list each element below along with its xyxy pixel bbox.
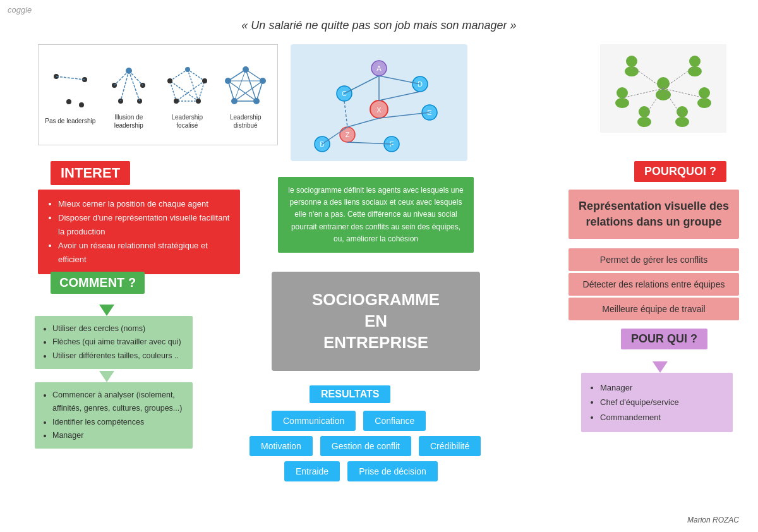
svg-point-2: [66, 99, 71, 104]
svg-marker-14: [170, 70, 205, 101]
comment-label: COMMENT ?: [51, 272, 145, 294]
resultats-label: RESULTATS: [310, 385, 390, 403]
svg-point-70: [637, 117, 651, 127]
svg-point-21: [174, 99, 179, 104]
svg-text:A: A: [376, 64, 382, 72]
svg-point-59: [657, 77, 670, 90]
svg-marker-23: [228, 70, 263, 101]
center-desc: le sociogramme définit les agents avec l…: [278, 177, 474, 253]
comment-arrow-2: [99, 371, 114, 382]
pour-qui-item-1: Manager: [600, 380, 723, 395]
svg-point-62: [625, 66, 639, 76]
svg-point-60: [656, 89, 671, 100]
pour-qui-box: Manager Chef d'équipe/service Commandeme…: [581, 373, 733, 432]
group-svg: [606, 47, 720, 130]
diagram-item-4: Leadership distribué: [219, 63, 272, 130]
diagram-item-3: Leadership focalisé: [160, 63, 214, 130]
svg-point-63: [689, 56, 701, 67]
svg-point-64: [688, 66, 702, 76]
main-title: « Un salarié ne quitte pas son job mais …: [0, 19, 758, 32]
coggle-logo: coggle: [8, 5, 32, 15]
svg-point-33: [225, 78, 231, 84]
sociogram-svg: A D C X E Z F B: [297, 49, 461, 157]
result-confiance: Confiance: [363, 411, 426, 431]
result-motivation: Motivation: [250, 436, 313, 456]
svg-point-68: [697, 98, 711, 108]
pourquoi-item-3: Meilleure équipe de travail: [568, 298, 739, 320]
svg-line-4: [56, 76, 85, 80]
svg-text:X: X: [376, 106, 382, 114]
svg-line-16: [176, 81, 205, 101]
leadership-diagrams: Pas de leadership Illusion de leadership: [38, 44, 278, 145]
interet-item-3: Avoir un réseau relationnel stratégique …: [58, 239, 230, 267]
pour-qui-arrow: [653, 361, 668, 373]
svg-point-20: [196, 99, 201, 104]
svg-line-26: [228, 81, 256, 101]
svg-line-17: [170, 81, 198, 101]
comment-box1-item-2: Flèches (qui aime travailler avec qui): [52, 336, 184, 349]
resultats-row-2: Motivation Gestion de conflit Crédibilit…: [250, 436, 481, 456]
diagram-label-3: Leadership focalisé: [160, 113, 214, 130]
svg-line-58: [344, 101, 347, 127]
comment-box1-item-3: Utiliser différentes tailles, couleurs .…: [52, 349, 184, 363]
pour-qui-item-2: Chef d'équipe/service: [600, 395, 723, 409]
svg-point-18: [185, 67, 190, 72]
diagram-item-1: Pas de leadership: [44, 67, 97, 125]
interet-label: INTERET: [51, 161, 130, 185]
pour-qui-label: POUR QUI ?: [621, 329, 707, 349]
svg-line-53: [379, 92, 420, 100]
diagram-svg-4: [222, 63, 269, 111]
diagram-svg-3: [164, 63, 211, 111]
svg-point-69: [639, 106, 650, 118]
svg-line-13: [129, 71, 140, 101]
comment-box2: Commencer à analyser (isolement, affinit…: [35, 382, 193, 449]
svg-line-15: [188, 70, 198, 101]
svg-line-25: [234, 81, 263, 101]
svg-point-19: [202, 78, 207, 83]
result-gestion: Gestion de conflit: [320, 436, 411, 456]
result-communication: Communication: [272, 411, 356, 431]
svg-point-61: [626, 56, 637, 67]
comment-box1-item-1: Utiliser des cercles (noms): [52, 322, 184, 336]
svg-point-3: [79, 102, 84, 107]
comment-box2-item-1: Commencer à analyser (isolement, affinit…: [52, 389, 184, 416]
pourquoi-label: POURQUOI ?: [634, 161, 726, 182]
diagram-label-2: Illusion de leadership: [102, 113, 155, 130]
diagram-label-4: Leadership distribué: [219, 113, 272, 130]
svg-point-66: [615, 98, 629, 108]
interet-item-1: Mieux cerner la position de chaque agent: [58, 197, 230, 211]
interet-list: Mieux cerner la position de chaque agent…: [48, 197, 230, 267]
diagram-label-1: Pas de leadership: [45, 117, 95, 125]
result-prise-decision: Prise de décision: [347, 461, 438, 481]
group-image: [600, 44, 726, 133]
svg-point-22: [167, 78, 172, 83]
comment-box1: Utiliser des cercles (noms) Flèches (qui…: [35, 316, 193, 369]
resultats-row-3: Entraide Prise de décision: [284, 461, 438, 481]
pourquoi-item-2: Détecter des relations entre équipes: [568, 273, 739, 296]
svg-line-51: [344, 76, 379, 94]
credit: Marion ROZAC: [687, 516, 739, 524]
resultats-row-1: Communication Confiance: [272, 411, 426, 431]
diagram-svg-2: [105, 63, 152, 111]
svg-line-55: [347, 118, 379, 127]
svg-point-31: [253, 98, 260, 104]
svg-text:Z: Z: [346, 131, 350, 138]
sociogram-image: A D C X E Z F B: [291, 44, 467, 161]
main-center-box: SOCIOGRAMME EN ENTREPRISE: [272, 272, 480, 371]
interet-box: Mieux cerner la position de chaque agent…: [38, 190, 240, 274]
interet-item-2: Disposer d'une représentation visuelle f…: [58, 211, 230, 239]
comment-box2-item-2: Identifier les compétences: [52, 416, 184, 429]
diagram-item-2: Illusion de leadership: [102, 63, 155, 130]
comment-arrow-1: [99, 305, 114, 316]
pourquoi-big-box: Représentation visuelle des relations da…: [568, 190, 739, 239]
diagram-svg-1: [47, 67, 94, 114]
svg-line-24: [246, 70, 256, 101]
svg-point-32: [231, 98, 238, 104]
svg-point-71: [677, 106, 688, 118]
pour-qui-item-3: Commandement: [600, 410, 723, 425]
pourquoi-item-1: Permet de gérer les conflits: [568, 248, 739, 271]
comment-box2-item-3: Manager: [52, 429, 184, 442]
result-entraide: Entraide: [284, 461, 340, 481]
result-credibilite: Crédibilité: [419, 436, 481, 456]
svg-point-30: [260, 78, 266, 84]
